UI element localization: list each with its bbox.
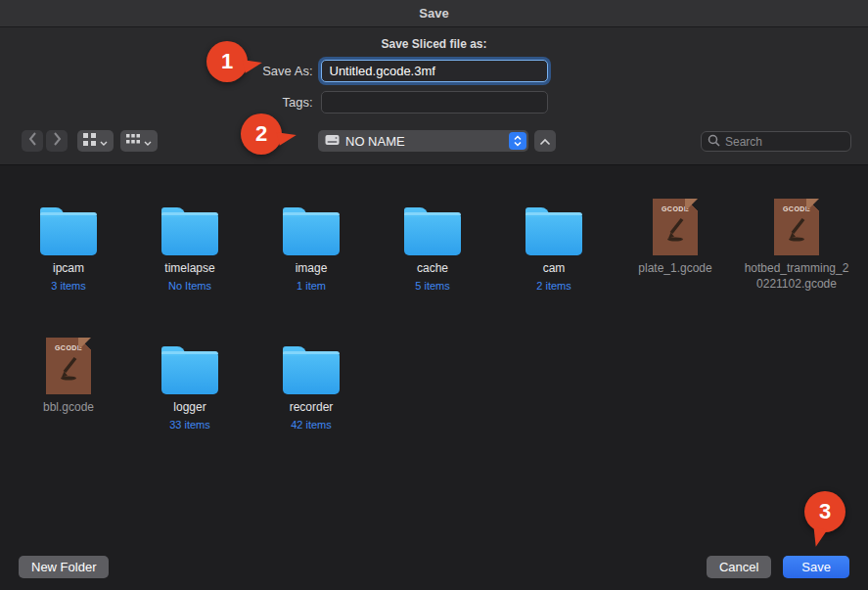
file-browser[interactable]: ipcam 3 items timelapse No Items image 1… [0,164,868,543]
save-as-row: Save As: [0,60,868,82]
file-item[interactable]: GCODE plate_1.gcode [615,195,736,306]
search-icon [708,133,720,151]
small-grid-view-icon [126,132,140,150]
file-name: cam [543,261,566,277]
annotation-marker-2: 2 [241,113,282,155]
tags-label: Tags: [225,95,313,110]
file-name: cache [417,261,448,277]
file-item[interactable]: timelapse No Items [129,195,251,306]
tags-row: Tags: [0,91,868,113]
dialog-subtitle: Save Sliced file as: [0,37,868,51]
new-folder-button[interactable]: New Folder [19,556,109,578]
annotation-marker-3: 3 [804,491,845,532]
nozzle-glyph-icon [664,216,686,246]
file-count: 33 items [169,419,210,431]
chevron-up-icon [539,132,551,150]
icon-box: GCODE [653,195,698,255]
folder-icon [161,351,218,394]
file-item[interactable]: recorder 42 items [251,334,372,431]
chevron-left-icon [28,132,37,150]
file-item[interactable]: cam 2 items [493,195,615,306]
file-item[interactable]: cache 5 items [372,195,493,306]
file-name: logger [173,400,206,416]
icon-box [283,334,340,394]
chevron-down-icon [144,132,152,150]
file-item[interactable]: GCODE hotbed_tramming_20221102.gcode [736,195,857,306]
file-item[interactable]: logger 33 items [129,334,251,431]
file-count: 2 items [536,280,571,292]
search-input[interactable] [725,135,838,149]
file-name: ipcam [53,261,84,277]
group-view-button[interactable] [120,130,158,152]
icon-box [404,195,461,255]
title-bar: Save [0,0,868,27]
icon-view-button[interactable] [77,130,114,152]
save-as-input[interactable] [321,60,548,82]
location-value: NO NAME [345,134,509,149]
folded-corner-icon [78,338,91,350]
dropdown-stepper-icon [509,132,526,150]
file-count: 42 items [291,419,332,431]
location-dropdown[interactable]: NO NAME [318,130,528,152]
file-item[interactable]: GCODE bbl.gcode [8,334,129,431]
icon-box: GCODE [46,334,91,394]
folder-icon [525,212,582,255]
folder-icon [283,212,340,255]
file-count: No Items [168,280,211,292]
file-name: timelapse [164,261,214,277]
footer-actions: Cancel Save [707,556,849,578]
dialog-title: Save [419,6,448,21]
annotation-marker-1: 1 [206,41,248,82]
file-name: bbl.gcode [43,400,94,416]
icon-box [283,195,340,255]
file-count: 3 items [51,280,85,292]
file-count: 1 item [297,280,326,292]
folder-icon [161,212,218,255]
icon-box: GCODE [774,195,819,255]
file-name: image [296,261,328,277]
marker-number: 2 [255,121,267,147]
folder-icon [404,212,461,255]
tags-input[interactable] [321,91,548,113]
icon-box [525,195,582,255]
file-count: 5 items [415,280,449,292]
icon-box [40,195,97,255]
gcode-file-icon: GCODE [46,338,91,394]
marker-number: 1 [221,49,233,74]
file-item[interactable]: ipcam 3 items [8,195,129,306]
back-button[interactable] [22,130,43,152]
file-grid: ipcam 3 items timelapse No Items image 1… [0,165,868,431]
cancel-button[interactable]: Cancel [707,556,771,578]
file-name: recorder [290,400,334,416]
forward-button[interactable] [46,130,68,152]
gcode-file-icon: GCODE [653,199,698,255]
icon-box [161,195,218,255]
disk-icon [325,132,340,150]
gcode-file-icon: GCODE [774,199,819,255]
folder-icon [283,351,340,394]
nav-group [22,130,158,152]
chevron-right-icon [53,132,62,150]
dialog-footer: New Folder Cancel Save [0,543,868,590]
parent-folder-button[interactable] [534,130,556,152]
save-dialog: Save Save Sliced file as: Save As: Tags: [0,0,868,590]
nozzle-glyph-icon [58,355,79,385]
file-item[interactable]: image 1 item [251,195,372,306]
browser-toolbar: NO NAME [0,126,868,159]
folder-icon [40,212,97,255]
folded-corner-icon [685,199,698,211]
nozzle-glyph-icon [786,216,807,246]
file-name: plate_1.gcode [638,261,711,277]
search-field[interactable] [701,131,851,152]
chevron-down-icon [100,132,108,150]
icon-box [161,334,218,394]
folded-corner-icon [806,199,819,211]
marker-number: 3 [819,499,831,524]
grid-view-icon [83,132,96,150]
save-button[interactable]: Save [783,556,849,578]
file-name: hotbed_tramming_20221102.gcode [742,261,851,292]
